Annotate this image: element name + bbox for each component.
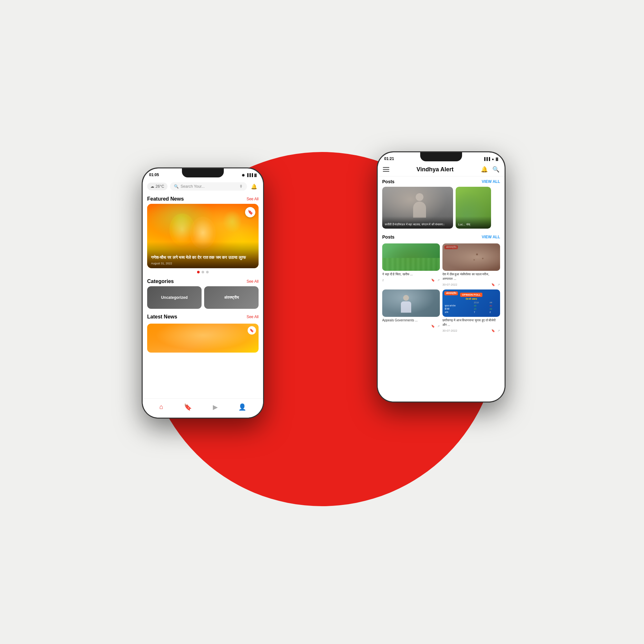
background: 01:21 ▐▐▐ ▲ ▓ Vin	[0, 0, 644, 644]
opinion-poll-visual: OPINION POLL देश की आवाज़ 2018 अब	[442, 289, 500, 317]
dot-1[interactable]	[197, 271, 200, 273]
opinion-text: छत्तीसगढ़ में आज विधानसभा चुनाव हुए तो ब…	[442, 317, 500, 328]
poll-table: 2018 अब चुनाव कांग्रेस 48 40	[444, 301, 499, 314]
bottom-navigation: ⌂ 🔖 ▶ 👤	[143, 398, 263, 418]
poll-row1-party: चुनाव कांग्रेस	[444, 304, 473, 308]
cloud-icon: ☁	[150, 184, 154, 189]
category-uncategorized[interactable]: Uncategorized	[147, 286, 202, 309]
bell-icon[interactable]: 🔔	[250, 182, 259, 191]
latest-bookmark-btn[interactable]: 🔖	[248, 326, 256, 335]
side-card-text: Luc... संस्	[456, 216, 491, 229]
phone-1-battery-icon: ▓	[254, 173, 257, 177]
posts-section-2: Posts VIEW ALL	[378, 232, 505, 243]
phone-1-search-area: ☁ 26°C 🔍 Search Your... 🎙 🔔	[143, 179, 263, 194]
poll-row2-ab: 48	[488, 308, 499, 311]
monkeypox-meta: 30-07-2022 🔖 ↗	[442, 282, 500, 287]
search-bar[interactable]: 🔍 Search Your... 🎙	[170, 182, 247, 191]
poll-header-party	[444, 301, 473, 304]
share-icon-left[interactable]: ↗	[437, 279, 440, 282]
header-action-icons: 🔔 🔍	[481, 166, 499, 173]
monkeypox-text: देश में ठीक हुआ मंकीपॉक्स का पहला मरीज, …	[442, 271, 500, 282]
share-icon-monkey[interactable]: ↗	[497, 283, 500, 286]
nav-bookmark[interactable]: 🔖	[184, 403, 192, 411]
poll-row3-ab: 2	[488, 311, 499, 314]
hamburger-line-1	[383, 167, 389, 168]
latest-news-card[interactable]: 🔖	[147, 324, 259, 353]
mamata-card[interactable]: कतींती हैं मंत्रीमंडल में बड़ा बदलाव, सं…	[382, 187, 453, 229]
lucknow-text: Luc... संस्	[458, 223, 470, 226]
monkeypox-actions: 🔖 ↗	[491, 283, 500, 286]
left-article-meta: 2 🔖 ↗	[382, 278, 440, 282]
bookmark-icon-monkey[interactable]: 🔖	[491, 283, 495, 286]
left-article-actions: 🔖 ↗	[431, 279, 440, 282]
app-title: Vindhya Alert	[416, 166, 453, 173]
featured-date: August 31, 2022	[151, 262, 255, 265]
dot-2[interactable]	[202, 271, 204, 273]
profile-icon: 👤	[238, 403, 246, 411]
monkeypox-dots	[442, 243, 500, 271]
bookmark-icon-opinion[interactable]: 🔖	[491, 329, 495, 332]
poll-row1-2018: 48	[473, 304, 488, 308]
dot-3[interactable]	[206, 271, 209, 273]
latest-news-title: Latest News	[147, 314, 177, 320]
poll-row1-ab: 40	[488, 304, 499, 308]
latest-card-image	[147, 324, 259, 353]
phone-2: 01:21 ▐▐▐ ▲ ▓ Vin	[377, 151, 506, 403]
posts-label-2: Posts	[382, 234, 394, 240]
opinion-poll-card[interactable]: अंतरराष्ट्रीय OPINION POLL देश की आवाज़	[442, 289, 500, 333]
latest-card-glow	[147, 324, 259, 353]
poll-row2-2018: 15	[473, 308, 488, 311]
modi-meta: 🔖 ↗	[382, 324, 440, 328]
left-article-card[interactable]: ने बढ़ा दी है चिंता, खरीफ ... 2 🔖 ↗	[382, 243, 440, 287]
view-all-1[interactable]: VIEW ALL	[482, 179, 500, 184]
featured-news-title: Featured News	[147, 196, 184, 202]
phone-1-inner: 01:05 ◉ ▐▐▐ ▓ ☁ 26°C 🔍 Search Yo	[143, 168, 263, 418]
phone-1-notch	[182, 168, 224, 177]
opinion-meta: 30-07-2022 🔖 ↗	[442, 328, 500, 333]
featured-news-card[interactable]: 🔖 गणेश-चौथ पर लगे भव्य मेले का देर रात त…	[147, 204, 259, 268]
bookmark-icon-left[interactable]: 🔖	[431, 279, 435, 282]
bookmark-icon-modi[interactable]: 🔖	[431, 325, 435, 328]
latest-news-header: Latest News See All	[143, 311, 263, 322]
phone-2-status-icons: ▐▐▐ ▲ ▓	[483, 157, 498, 161]
phone-2-battery-icon: ▓	[496, 157, 498, 161]
phone-1-status-icons: ◉ ▐▐▐ ▓	[242, 173, 257, 177]
opinion-actions: 🔖 ↗	[491, 329, 500, 332]
phone-2-signal-icon: ▐▐▐	[483, 157, 490, 161]
nav-play[interactable]: ▶	[213, 403, 218, 411]
posts-section-1-header: Posts VIEW ALL	[382, 179, 500, 184]
mamata-card-text: कतींती हैं मंत्रीमंडल में बड़ा बदलाव, सं…	[382, 216, 453, 229]
nav-home[interactable]: ⌂	[159, 403, 163, 411]
opinion-poll-label: OPINION POLL	[460, 293, 482, 297]
phone-1-time: 01:05	[149, 173, 159, 177]
nav-profile[interactable]: 👤	[238, 403, 246, 411]
play-icon: ▶	[213, 403, 218, 411]
categories-see-all[interactable]: See All	[247, 279, 259, 284]
monkeypox-card[interactable]: अंतरराष्ट्रीय देश में ठीक हुआ मंकीपॉक्स …	[442, 243, 500, 287]
featured-overlay: गणेश-चौथ पर लगे भव्य मेले का देर रात तक …	[147, 242, 259, 268]
modi-text: Appeals Governments ...	[382, 317, 440, 324]
category-international[interactable]: अंतरष्ट्रीय	[204, 286, 259, 309]
categories-title: Categories	[147, 279, 174, 284]
featured-see-all[interactable]: See All	[247, 197, 259, 201]
featured-title: गणेश-चौथ पर लगे भव्य मेले का देर रात तक …	[151, 255, 255, 260]
side-card-1[interactable]: Luc... संस्	[456, 187, 491, 229]
latest-see-all[interactable]: See All	[247, 315, 259, 319]
phone-2-notch	[420, 152, 462, 161]
view-all-2[interactable]: VIEW ALL	[482, 235, 500, 239]
phone-2-time: 01:21	[384, 156, 394, 161]
hamburger-menu-button[interactable]	[383, 167, 389, 172]
modi-card[interactable]: Appeals Governments ... 🔖 ↗	[382, 289, 440, 333]
share-icon-modi[interactable]: ↗	[437, 325, 440, 328]
search-icon[interactable]: 🔍	[492, 166, 499, 173]
share-icon-opinion[interactable]: ↗	[497, 329, 500, 332]
hamburger-line-2	[383, 169, 389, 170]
featured-news-header: Featured News See All	[143, 194, 263, 204]
featured-bookmark-btn[interactable]: 🔖	[245, 207, 255, 217]
phone-2-wifi-icon: ▲	[491, 157, 495, 161]
mic-icon[interactable]: 🎙	[239, 184, 243, 189]
weather-badge: ☁ 26°C	[147, 183, 167, 190]
notification-bell-icon[interactable]: 🔔	[481, 166, 488, 173]
phone-1: 01:05 ◉ ▐▐▐ ▓ ☁ 26°C 🔍 Search Yo	[142, 167, 264, 419]
carousel-dots	[143, 268, 263, 276]
